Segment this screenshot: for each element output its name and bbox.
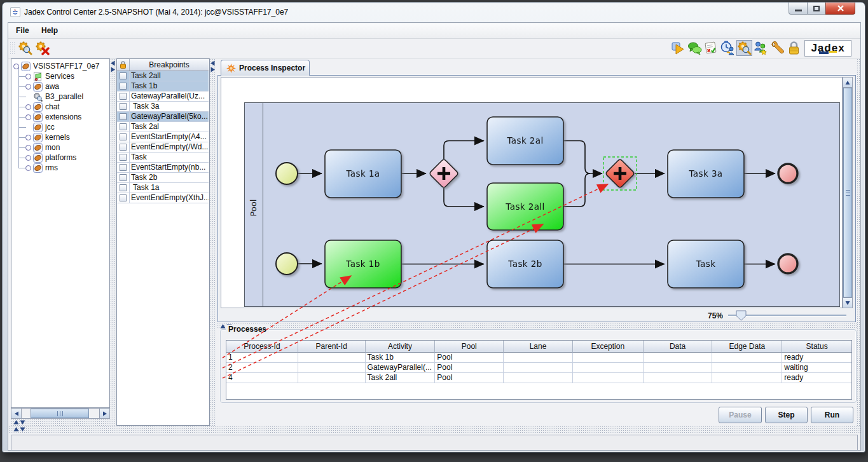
tree-bottom-splitter[interactable] (11, 419, 110, 426)
breakpoint-checkbox[interactable] (120, 103, 127, 110)
end-event-2[interactable] (778, 254, 797, 273)
breakpoint-checkbox[interactable] (120, 72, 127, 79)
breakpoints-inspector-splitter[interactable] (210, 58, 216, 426)
end-event-1[interactable] (778, 164, 797, 183)
toolbar-drag-handle[interactable] (10, 41, 15, 55)
diagram-vscrollbar[interactable] (843, 77, 853, 308)
chat-icon[interactable] (687, 40, 703, 56)
expand-up-icon[interactable] (220, 323, 226, 329)
breakpoint-row[interactable]: Task 2al (117, 122, 209, 132)
tree-item-chat[interactable]: chat (25, 102, 60, 112)
tree-root-row[interactable]: VSISSTAFF17_0e7 (13, 61, 100, 71)
column-header[interactable]: Data (644, 341, 713, 353)
menu-file[interactable]: File (11, 24, 34, 37)
tree-item-extensions[interactable]: extensions (25, 112, 81, 122)
breakpoint-row[interactable]: Task 2b (117, 173, 209, 183)
breakpoint-row[interactable]: GatewayParallel(Uz... (117, 92, 209, 102)
breakpoint-checkbox[interactable] (120, 174, 127, 181)
breakpoint-row[interactable]: Task (117, 153, 209, 163)
breakpoint-row[interactable]: EventEndEmpty(/Wd... (117, 142, 209, 153)
breakpoint-row[interactable]: EventStartEmpty(A4... (117, 132, 209, 142)
tree-item-jcc[interactable]: jcc (25, 122, 55, 132)
step-button[interactable]: Step (765, 407, 808, 423)
bottom-splitter[interactable] (8, 426, 860, 433)
process-row[interactable]: 4 Task 2all Pool ready (226, 373, 851, 383)
breakpoint-row[interactable]: GatewayParallel(5ko... (117, 112, 209, 122)
tree-item-rms[interactable]: rms (25, 163, 58, 173)
zoom-slider[interactable] (728, 315, 846, 316)
tab-process-inspector[interactable]: Process Inspector (221, 60, 310, 76)
breakpoint-row[interactable]: EventStartEmpty(nb... (117, 163, 209, 173)
breakpoint-checkbox[interactable] (120, 164, 127, 171)
awareness-icon[interactable] (703, 40, 719, 56)
tree-item-kernels[interactable]: kernels (25, 132, 70, 142)
breakpoint-checkbox[interactable] (120, 113, 127, 120)
breakpoint-checkbox[interactable] (120, 83, 127, 90)
collapse-left-icon[interactable] (210, 60, 216, 66)
expand-up-icon[interactable] (13, 419, 19, 425)
run-button[interactable]: Run (811, 407, 853, 423)
breakpoint-checkbox[interactable] (120, 133, 127, 140)
close-button[interactable] (825, 3, 855, 15)
column-header[interactable]: Parent-Id (298, 341, 366, 353)
pause-button[interactable]: Pause (719, 407, 762, 423)
inspector-processes-splitter[interactable] (216, 323, 860, 329)
tree-item-platforms[interactable]: platforms (25, 153, 76, 163)
tree-item-awa[interactable]: awa (25, 81, 59, 92)
column-header[interactable]: Lane (504, 341, 573, 353)
expand-up-icon[interactable] (13, 426, 19, 432)
start-component-icon[interactable] (17, 40, 33, 56)
menu-help[interactable]: Help (36, 24, 63, 37)
lock-icon[interactable] (786, 40, 802, 56)
tree-hscrollbar[interactable] (11, 408, 110, 419)
tree-expand-handle[interactable] (13, 64, 19, 69)
tree-item-b3-parallel[interactable]: B3_parallel (25, 92, 83, 102)
simulation-icon[interactable] (720, 40, 736, 56)
kill-component-icon[interactable] (34, 40, 50, 56)
process-row[interactable]: 1 Task 1b Pool ready (226, 353, 851, 363)
expand-right-icon[interactable] (210, 67, 216, 72)
column-header[interactable]: Edge Data (712, 341, 782, 353)
collapse-down-icon[interactable] (20, 426, 25, 432)
breakpoint-checkbox[interactable] (120, 93, 127, 100)
column-header[interactable]: Pool (435, 341, 504, 353)
column-header[interactable]: Activity (366, 341, 436, 353)
tree-item-services[interactable]: Services (25, 71, 74, 81)
scroll-left-button[interactable] (11, 409, 22, 418)
start-event-1[interactable] (276, 163, 298, 184)
maximize-button[interactable] (808, 3, 825, 15)
security-icon[interactable] (753, 40, 769, 56)
process-inspector-icon[interactable] (736, 40, 752, 56)
start-event-2[interactable] (276, 253, 298, 275)
breakpoints-column-header[interactable]: Breakpoints (130, 59, 209, 71)
collapse-left-icon[interactable] (110, 60, 116, 66)
breakpoint-row[interactable]: Task 3a (117, 102, 209, 112)
breakpoint-checkbox[interactable] (120, 154, 127, 161)
tree-item-mon[interactable]: mon (25, 142, 60, 153)
zoom-slider-thumb[interactable] (736, 310, 747, 322)
titlebar[interactable]: Jadex Control Center 2.5-SNAPSHOT (Mai 4… (3, 3, 865, 22)
tree-breakpoints-splitter[interactable] (110, 58, 116, 426)
right-splitter[interactable] (857, 58, 860, 426)
breakpoint-checkbox[interactable] (120, 184, 127, 191)
breakpoint-row[interactable]: Task 2all (117, 71, 209, 81)
breakpoint-checkbox[interactable] (120, 194, 127, 201)
breakpoint-checkbox[interactable] (120, 144, 127, 151)
minimize-button[interactable] (789, 3, 808, 15)
process-row[interactable]: 2 GatewayParallel(... Pool waiting (226, 363, 851, 373)
collapse-down-icon[interactable] (20, 419, 25, 425)
scroll-down-button[interactable] (843, 297, 852, 308)
breakpoint-row[interactable]: Task 1b (117, 81, 209, 92)
breakpoint-row[interactable]: Task 1a (117, 183, 209, 193)
scroll-right-button[interactable] (99, 409, 109, 418)
column-header[interactable]: Exception (573, 341, 644, 353)
scroll-up-button[interactable] (843, 78, 852, 88)
bpmn-diagram-canvas[interactable]: Pool (221, 77, 843, 308)
column-header[interactable]: Process-Id (226, 341, 298, 353)
tools-icon[interactable] (769, 40, 785, 56)
expand-right-icon[interactable] (110, 67, 116, 72)
starter-icon[interactable] (670, 40, 686, 56)
column-header[interactable]: Status (782, 341, 851, 353)
breakpoint-checkbox[interactable] (120, 123, 127, 130)
breakpoint-row[interactable]: EventEndEmpty(XthJ... (117, 193, 209, 203)
